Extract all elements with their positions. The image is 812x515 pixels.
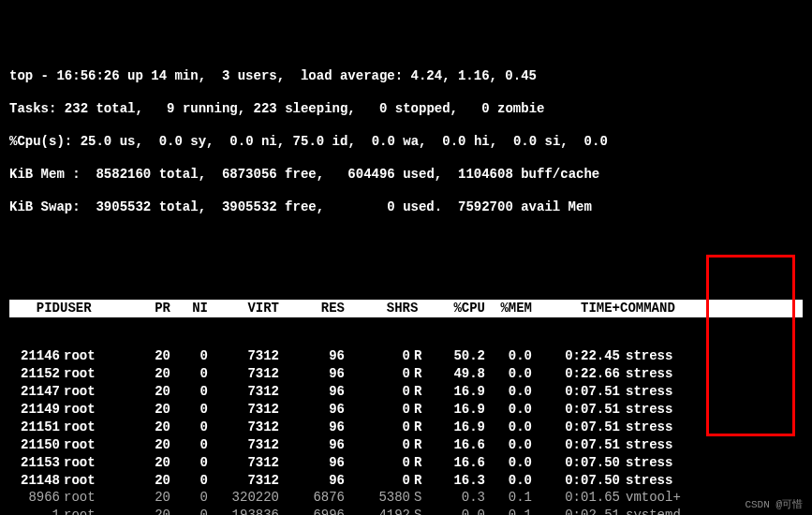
- watermark: CSDN @可惜: [745, 497, 803, 511]
- cell-virt: 7312: [208, 472, 279, 490]
- cell-time: 0:07.50: [532, 472, 620, 490]
- cell-pid: 21152: [9, 365, 60, 383]
- table-row[interactable]: 1root20019383669964192S0.00.10:02.51syst…: [9, 507, 803, 515]
- cell-time: 0:22.66: [532, 365, 620, 383]
- table-row[interactable]: 21150root2007312960R16.60.00:07.51stress: [9, 436, 803, 454]
- cell-pr: 20: [120, 347, 170, 365]
- cell-pid: 21150: [9, 436, 60, 454]
- cell-cmd: stress: [620, 454, 702, 472]
- col-virt: VIRT: [208, 300, 279, 317]
- cell-pid: 1: [9, 507, 60, 515]
- cell-time: 0:02.51: [532, 507, 620, 515]
- table-row[interactable]: 21149root2007312960R16.90.00:07.51stress: [9, 401, 803, 419]
- cell-mem: 0.0: [485, 365, 532, 383]
- cell-cmd: stress: [620, 347, 702, 365]
- cell-ni: 0: [170, 419, 208, 436]
- col-s: S: [410, 300, 431, 317]
- cell-cpu: 16.9: [431, 419, 485, 436]
- cell-virt: 7312: [208, 383, 279, 401]
- col-mem: %MEM: [485, 300, 532, 317]
- cell-cmd: stress: [620, 419, 702, 436]
- cell-user: root: [60, 347, 120, 365]
- cell-cmd: systemd: [620, 507, 702, 515]
- cell-mem: 0.1: [485, 507, 532, 515]
- cell-time: 0:07.51: [532, 419, 620, 436]
- col-time: TIME+: [532, 300, 620, 317]
- cell-pr: 20: [120, 436, 170, 454]
- cell-virt: 7312: [208, 347, 279, 365]
- cell-res: 96: [279, 436, 345, 454]
- cell-cpu: 16.9: [431, 401, 485, 419]
- table-row[interactable]: 21153root2007312960R16.60.00:07.50stress: [9, 454, 803, 472]
- summary-line-mem: KiB Mem : 8582160 total, 6873056 free, 6…: [9, 166, 803, 184]
- cell-pid: 21149: [9, 401, 60, 419]
- cell-cpu: 16.6: [431, 436, 485, 454]
- cell-ni: 0: [170, 454, 208, 472]
- cell-cmd: stress: [620, 401, 702, 419]
- cell-pr: 20: [120, 472, 170, 490]
- table-row[interactable]: 21152root2007312960R49.80.00:22.66stress: [9, 365, 803, 383]
- cell-shr: 0: [345, 419, 410, 436]
- cell-virt: 7312: [208, 365, 279, 383]
- cell-pid: 21151: [9, 419, 60, 436]
- col-cmd: COMMAND: [620, 300, 702, 317]
- cell-ni: 0: [170, 436, 208, 454]
- cell-cpu: 0.3: [431, 489, 485, 507]
- cell-user: root: [60, 489, 120, 507]
- cell-pr: 20: [120, 419, 170, 436]
- col-res: RES: [279, 300, 345, 317]
- table-row[interactable]: 21151root2007312960R16.90.00:07.51stress: [9, 419, 803, 436]
- cell-user: root: [60, 365, 120, 383]
- cell-pr: 20: [120, 507, 170, 515]
- cell-res: 96: [279, 401, 345, 419]
- summary-line-uptime: top - 16:56:26 up 14 min, 3 users, load …: [9, 67, 803, 85]
- cell-cmd: stress: [620, 365, 702, 383]
- summary-line-cpu: %Cpu(s): 25.0 us, 0.0 sy, 0.0 ni, 75.0 i…: [9, 133, 803, 151]
- cell-res: 96: [279, 347, 345, 365]
- cell-virt: 7312: [208, 436, 279, 454]
- col-pid: PID: [9, 300, 60, 317]
- cell-res: 96: [279, 365, 345, 383]
- cell-virt: 320220: [208, 489, 279, 507]
- table-row[interactable]: 21147root2007312960R16.90.00:07.51stress: [9, 383, 803, 401]
- cell-s: R: [410, 454, 431, 472]
- process-table[interactable]: PID USER PR NI VIRT RES SHR S %CPU %MEM …: [9, 255, 803, 515]
- cell-user: root: [60, 401, 120, 419]
- col-cpu: %CPU: [431, 300, 485, 317]
- cell-cmd: vmtool+: [620, 489, 702, 507]
- col-pr: PR: [120, 300, 170, 317]
- table-row[interactable]: 21148root2007312960R16.30.00:07.50stress: [9, 472, 803, 490]
- cell-s: S: [410, 507, 431, 515]
- cell-shr: 0: [345, 454, 410, 472]
- cell-time: 0:07.50: [532, 454, 620, 472]
- cell-cpu: 16.9: [431, 383, 485, 401]
- cell-res: 96: [279, 454, 345, 472]
- cell-res: 6876: [279, 489, 345, 507]
- summary-line-tasks: Tasks: 232 total, 9 running, 223 sleepin…: [9, 100, 803, 118]
- cell-s: R: [410, 365, 431, 383]
- table-row[interactable]: 21146root2007312960R50.20.00:22.45stress: [9, 347, 803, 365]
- cell-virt: 7312: [208, 419, 279, 436]
- cell-shr: 5380: [345, 489, 410, 507]
- cell-ni: 0: [170, 365, 208, 383]
- cell-cmd: stress: [620, 436, 702, 454]
- cell-shr: 0: [345, 472, 410, 490]
- cell-time: 0:22.45: [532, 347, 620, 365]
- cell-ni: 0: [170, 507, 208, 515]
- cell-user: root: [60, 507, 120, 515]
- cell-pr: 20: [120, 383, 170, 401]
- cell-res: 96: [279, 472, 345, 490]
- cell-pid: 21153: [9, 454, 60, 472]
- cell-pid: 21148: [9, 472, 60, 490]
- cell-mem: 0.0: [485, 472, 532, 490]
- col-user: USER: [60, 300, 120, 317]
- table-row[interactable]: 8966root20032022068765380S0.30.10:01.65v…: [9, 489, 803, 507]
- cell-res: 6996: [279, 507, 345, 515]
- cell-s: R: [410, 401, 431, 419]
- cell-s: R: [410, 383, 431, 401]
- cell-pr: 20: [120, 365, 170, 383]
- cell-time: 0:07.51: [532, 436, 620, 454]
- cell-shr: 4192: [345, 507, 410, 515]
- cell-shr: 0: [345, 365, 410, 383]
- cell-ni: 0: [170, 383, 208, 401]
